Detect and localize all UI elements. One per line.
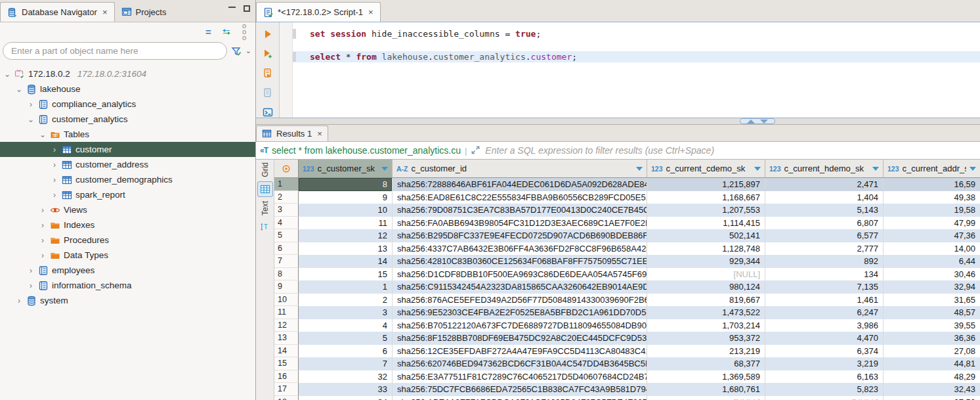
column-header-c_current_cdemo_sk[interactable]: 123c_current_cdemo_sk [647,160,765,177]
chevron-right-icon[interactable]: › [51,190,58,200]
execute-script-icon[interactable] [261,68,274,79]
column-header-c_customer_id[interactable]: A-Zc_customer_id [393,160,647,177]
cell-c_customer_sk[interactable]: 12 [299,229,393,242]
cell-c_current_cdemo_sk[interactable]: 1,703,214 [647,319,765,332]
chevron-right-icon[interactable]: › [51,145,58,154]
row-number-cell[interactable]: 17 [274,383,299,396]
cell-c_customer_sk[interactable]: 34 [299,396,393,400]
cell-c_current_cdemo_sk[interactable]: 502,141 [647,229,765,242]
tree-item-employees[interactable]: ›employees [0,263,255,278]
sql-code-area[interactable]: set session hide_inaccessible_columns = … [293,22,980,118]
tree-item-views[interactable]: ›Views [0,202,255,217]
column-header-c_current_addr_sk[interactable]: 123c_current_addr_sk [884,160,980,177]
cell-c_customer_id[interactable]: sha256:12CE35EFDABF272A4A47E9FA9CC5D4113… [393,345,647,358]
chevron-down-icon[interactable]: ⌄ [27,115,35,124]
cell-c_current_addr_sk[interactable]: 39,55 [884,319,980,332]
cell-c_current_hdemo_sk[interactable]: 1,461 [765,294,884,307]
sql-code-line[interactable]: set session hide_inaccessible_columns = … [293,28,980,39]
cell-c_customer_id[interactable]: sha256:FA0ABB6943B98054FC31D12D3E3AEC689… [393,217,647,230]
cell-c_customer_sk[interactable]: 3 [299,306,393,319]
cell-c_current_cdemo_sk[interactable]: 1,207,553 [647,204,765,217]
cell-c_current_hdemo_sk[interactable]: 6,577 [765,229,884,242]
collapse-all-icon[interactable]: = [205,26,211,37]
cell-c_customer_sk[interactable]: 7 [299,357,393,370]
cell-c_customer_sk[interactable]: 8 [299,178,393,191]
tree-item-customer-analytics[interactable]: ⌄customer_analytics [0,112,255,127]
cell-c_current_cdemo_sk[interactable]: 819,667 [647,294,765,307]
chevron-down-icon[interactable]: ⌄ [3,70,11,79]
tree-item-system[interactable]: ›system [0,293,255,308]
cell-c_current_hdemo_sk[interactable]: 2,777 [765,242,884,256]
cell-c_customer_id[interactable]: sha256:72888646ABF61FA044EDEC061D6DA5A09… [393,178,647,191]
tree-item-data-types[interactable]: ›Data Types [0,248,255,263]
cell-c_current_addr_sk[interactable]: 31,65 [884,294,980,307]
tree-item-customer-demographics[interactable]: ›customer_demographics [0,172,255,187]
cell-c_current_addr_sk[interactable]: 16,59 [884,178,980,191]
sql-console-icon[interactable] [261,106,274,118]
cell-c_current_addr_sk[interactable]: 32,43 [884,383,980,396]
cell-c_current_addr_sk[interactable]: 14,00 [884,242,980,256]
column-dropdown-icon[interactable] [754,167,761,171]
chevron-down-icon[interactable]: ⌄ [15,85,23,94]
row-number-cell[interactable]: 15 [274,357,299,370]
cell-c_customer_id[interactable]: sha256:876ACE5EFED349A2D56F77D5084891433… [393,294,647,307]
row-number-cell[interactable]: 16 [274,370,299,384]
row-number-cell[interactable]: 9 [274,280,299,294]
cell-c_current_hdemo_sk[interactable]: 5,143 [765,204,884,217]
cell-c_current_addr_sk[interactable]: 37,50 [884,396,980,400]
cell-c_customer_id[interactable]: sha256:9E52303CE4FBA2E2F0525E8A5BFBD2C1A… [393,306,647,319]
column-header-c_current_hdemo_sk[interactable]: 123c_current_hdemo_sk [765,160,884,177]
cell-c_customer_sk[interactable]: 13 [299,242,393,256]
cell-c_current_addr_sk[interactable]: 6,44 [884,255,980,268]
row-number-cell[interactable]: 12 [274,319,299,332]
chevron-right-icon[interactable]: › [27,281,35,290]
results-filter-bar[interactable]: «T select * from lakehouse.customer_anal… [256,141,980,160]
cell-c_current_addr_sk[interactable]: 27,08 [884,345,980,358]
cell-c_current_addr_sk[interactable]: 44,81 [884,357,980,370]
filter-funnel-icon[interactable] [231,46,242,56]
cell-c_customer_sk[interactable]: 14 [299,255,393,268]
cell-c_customer_id[interactable]: sha256:4337C7AB6432E3B06FF4A3636FD2F8CC8… [393,242,647,256]
cell-c_current_addr_sk[interactable]: 19,58 [884,204,980,217]
column-dropdown-icon[interactable] [636,167,643,171]
collapse-down-icon[interactable] [760,120,768,123]
cell-c_current_addr_sk[interactable]: 48,57 [884,306,980,319]
chevron-right-icon[interactable]: › [51,160,58,169]
cell-c_current_cdemo_sk[interactable]: 1,473,522 [647,306,765,319]
expand-filter-icon[interactable] [471,145,481,156]
cell-c_customer_id[interactable]: sha256:B705122120A673FC7DE6889727DB11809… [393,319,647,332]
cell-c_current_hdemo_sk[interactable]: [NULL] [765,396,884,400]
cell-c_current_addr_sk[interactable]: 36,36 [884,332,980,345]
chevron-right-icon[interactable]: › [39,236,47,245]
tree-item-customer-address[interactable]: ›customer_address [0,157,255,172]
row-number-cell[interactable]: 6 [274,242,299,256]
cell-c_customer_sk[interactable]: 9 [299,191,393,204]
cell-c_current_cdemo_sk[interactable]: 1,128,748 [647,242,765,256]
sql-code-line[interactable] [293,39,980,51]
cell-c_current_hdemo_sk[interactable]: 1,404 [765,191,884,204]
cell-c_customer_sk[interactable]: 4 [299,319,393,332]
tree-item-customer[interactable]: ›customer [0,142,255,157]
cell-c_current_hdemo_sk[interactable]: 892 [765,255,884,268]
cell-c_current_cdemo_sk[interactable]: 1,680,761 [647,383,765,396]
column-dropdown-icon[interactable] [381,167,388,171]
close-icon[interactable]: × [368,7,373,17]
cell-c_current_hdemo_sk[interactable]: 6,374 [765,345,884,358]
row-number-cell[interactable]: 11 [274,306,299,319]
chevron-down-icon[interactable]: ⌄ [245,47,251,55]
editor-results-splitter[interactable] [256,118,980,125]
cell-c_current_cdemo_sk[interactable]: 980,124 [647,280,765,294]
cell-c_current_hdemo_sk[interactable]: 3,986 [765,319,884,332]
cell-c_customer_sk[interactable]: 33 [299,383,393,396]
row-number-cell[interactable]: 8 [274,268,299,281]
chevron-right-icon[interactable]: › [39,221,47,230]
cell-c_customer_sk[interactable]: 2 [299,294,393,307]
tab-projects[interactable]: Projects [115,2,173,22]
tree-item-indexes[interactable]: ›Indexes [0,217,255,233]
cell-c_customer_sk[interactable]: 11 [299,217,393,230]
tab-results-1[interactable]: Results 1 × [256,125,328,141]
cell-c_customer_id[interactable]: sha256:75DC7FCB6686EDA72565C1B838CA7FC43… [393,383,647,396]
tab-database-navigator[interactable]: Database Navigator × [0,2,115,22]
close-icon[interactable]: × [102,7,108,17]
column-dropdown-icon[interactable] [872,167,879,171]
